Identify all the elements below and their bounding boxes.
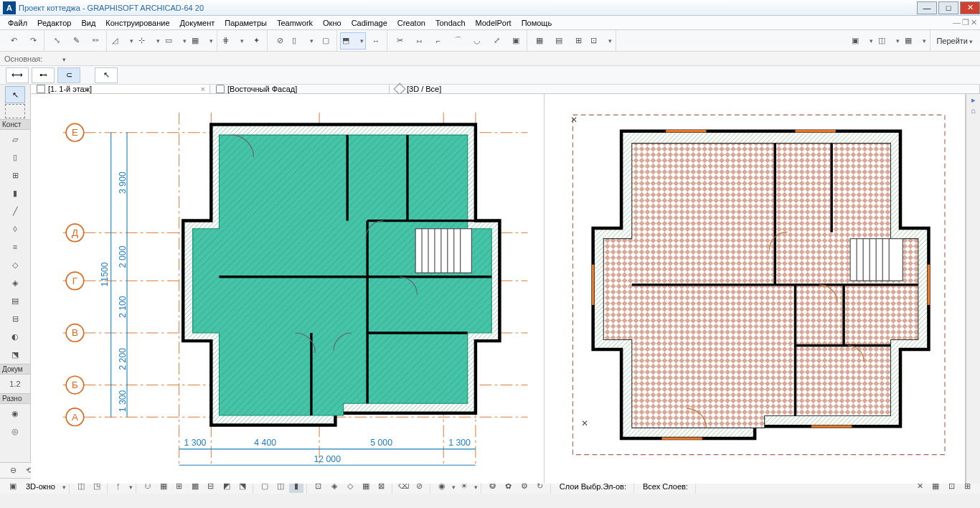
menu-construct[interactable]: Конструирование (100, 17, 174, 29)
pick-button[interactable]: ⤡ (47, 32, 66, 50)
offset-button[interactable]: ▣ (507, 32, 525, 50)
svg-text:В: В (72, 327, 78, 338)
syringe-button[interactable]: ✏ (86, 32, 105, 50)
snap-button[interactable]: ▭ (163, 32, 189, 50)
tab-close[interactable]: × (201, 85, 205, 93)
toolbox-section-construct[interactable]: Конст (0, 119, 30, 130)
menu-file[interactable]: Файл (3, 17, 32, 29)
mode-dim-chain[interactable]: ⊷ (32, 67, 55, 83)
menu-help[interactable]: Помощь (517, 17, 557, 29)
misc-tool-1[interactable]: ◉ (5, 405, 25, 422)
layer-selector[interactable] (47, 55, 66, 63)
fillet-button[interactable]: ◡ (468, 32, 486, 50)
object-tool[interactable]: ⬔ (5, 346, 25, 363)
door-tool[interactable]: ▯ (5, 149, 25, 166)
mdi-controls: — ❐ ✕ (953, 18, 980, 27)
slab-tool[interactable]: ◊ (5, 220, 25, 237)
marquee-tool[interactable] (5, 104, 25, 118)
ruler-button[interactable]: ↔ (367, 32, 385, 50)
canvas-trace[interactable]: ✕ ✕ (545, 94, 966, 484)
mdi-minimize[interactable]: — (953, 18, 961, 27)
grid-toggle-button[interactable]: ▦ (189, 32, 215, 50)
mdi-restore[interactable]: ❐ (962, 18, 969, 27)
floorplan-icon (37, 85, 45, 93)
menu-view[interactable]: Вид (76, 17, 100, 29)
resize-button[interactable]: ⤢ (487, 32, 506, 50)
menu-bar: Файл Редактор Вид Конструирование Докуме… (0, 16, 980, 30)
morph-tool[interactable]: ◐ (5, 328, 25, 345)
canvas-row: ЕДГВБА (31, 94, 980, 484)
main-area: ↖ Конст ▱ ▯ ⊞ ▮ ╱ ◊ ≡ ◇ ◈ ▤ ⊟ ◐ ⬔ Докум … (0, 85, 980, 462)
menu-modelport[interactable]: ModelPort (471, 17, 517, 29)
goto-dropdown[interactable]: Перейти (932, 37, 977, 45)
menu-teamwork[interactable]: Teamwork (272, 17, 318, 29)
dimension-tool[interactable]: 1.2 (5, 375, 25, 392)
menu-editor[interactable]: Редактор (32, 17, 76, 29)
menu-tondach[interactable]: Tondach (430, 17, 471, 29)
toolbox-section-document[interactable]: Докум (0, 364, 30, 375)
canvas-floorplan[interactable]: ЕДГВБА (31, 94, 545, 484)
pet-palette-row: ⟷ ⊷ ⊂ ↖ (0, 66, 980, 85)
tab-floor-1[interactable]: [1. 1-й этаж] × (31, 85, 210, 93)
menu-creaton[interactable]: Creaton (392, 17, 430, 29)
group-button[interactable]: ▦ (530, 32, 549, 50)
tab-elevation[interactable]: [Восточный Фасад] (210, 85, 390, 93)
adjust-button[interactable]: ⌐ (429, 32, 448, 50)
maximize-button[interactable]: □ (938, 1, 958, 14)
navigator-button[interactable]: ▦ (903, 32, 928, 50)
svg-text:Г: Г (72, 276, 77, 286)
layer-button[interactable]: ▯ (290, 32, 316, 50)
view3d-icon[interactable]: ▣ (6, 480, 20, 493)
zoom-out-icon[interactable]: ⊖ (6, 464, 20, 477)
palette-button[interactable]: ◫ (876, 32, 902, 50)
intersect-button[interactable]: ⌒ (448, 32, 467, 50)
elevation-icon (216, 85, 225, 93)
eyedropper-button[interactable]: ✎ (67, 32, 85, 50)
edit-group-button[interactable]: ⊡ (588, 32, 614, 50)
svg-text:3 900: 3 900 (118, 171, 128, 194)
gridsnap-button[interactable]: ⋕ (220, 32, 246, 50)
window-tool[interactable]: ⊞ (5, 166, 25, 184)
skylight-tool[interactable]: ▤ (5, 292, 25, 309)
navigator-toggle-icon[interactable]: ▸ (971, 95, 976, 105)
column-tool[interactable]: ▮ (5, 184, 25, 202)
stair-tool[interactable]: ≡ (5, 238, 25, 255)
misc-tool-2[interactable]: ◎ (5, 423, 25, 440)
window-layout-button[interactable]: ▣ (849, 32, 875, 50)
ungroup-button[interactable]: ▤ (550, 32, 568, 50)
svg-text:4 400: 4 400 (254, 438, 276, 448)
curtain-tool[interactable]: ⊟ (5, 310, 25, 327)
guides-button[interactable]: ⊹ (136, 32, 162, 50)
split-button[interactable]: ⑅ (410, 32, 428, 50)
beam-tool[interactable]: ╱ (5, 202, 25, 220)
tab-3d[interactable]: [3D / Все] (390, 85, 980, 93)
trace-button[interactable]: ▢ (316, 32, 335, 50)
svg-rect-35 (415, 229, 471, 273)
mode-arrow[interactable]: ↖ (95, 67, 118, 83)
lock-button[interactable]: ⊞ (569, 32, 588, 50)
menu-cadimage[interactable]: Cadimage (347, 17, 392, 29)
minimize-button[interactable]: — (917, 1, 937, 14)
menu-window[interactable]: Окно (318, 17, 347, 29)
mdi-close[interactable]: ✕ (971, 18, 977, 27)
suspend-button[interactable]: ⊘ (270, 32, 289, 50)
dimension-button[interactable]: ⬒ (340, 32, 366, 50)
right-panel-strip: ▸ ⌂ (966, 94, 980, 484)
svg-text:11500: 11500 (100, 262, 110, 286)
mode-dim-arc[interactable]: ⊂ (57, 67, 80, 83)
arrow-tool[interactable]: ↖ (5, 86, 25, 103)
close-button[interactable]: ✕ (960, 1, 980, 14)
trim-button[interactable]: ✂ (390, 32, 409, 50)
mode-dim-linear[interactable]: ⟷ (6, 67, 29, 83)
shell-tool[interactable]: ◈ (5, 274, 25, 291)
menu-params[interactable]: Параметры (220, 17, 272, 29)
undo-button[interactable]: ↶ (4, 32, 23, 50)
home-icon[interactable]: ⌂ (971, 106, 976, 115)
ortho-button[interactable]: ✦ (247, 32, 265, 50)
wall-tool[interactable]: ▱ (5, 131, 25, 148)
menu-document[interactable]: Документ (175, 17, 220, 29)
toolbox-section-misc[interactable]: Разно (0, 393, 30, 404)
measure-button[interactable]: ◿ (110, 32, 136, 50)
redo-button[interactable]: ↷ (24, 32, 42, 50)
roof-tool[interactable]: ◇ (5, 256, 25, 273)
